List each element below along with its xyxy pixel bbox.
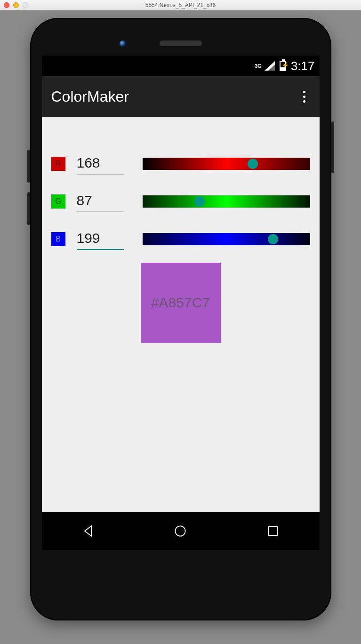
red-chip: R: [51, 157, 65, 171]
green-value-input[interactable]: 87: [77, 191, 124, 212]
android-status-bar: 3G ⚡ 3:17: [42, 56, 320, 76]
app-title: ColorMaker: [51, 88, 129, 105]
device-power-button[interactable]: [331, 121, 334, 173]
triangle-back-icon: [80, 523, 96, 539]
green-slider-thumb[interactable]: [194, 196, 205, 207]
device-volume-up-button[interactable]: [27, 150, 30, 183]
blue-row: B 199: [51, 220, 310, 258]
swatch-container: #A857C7: [51, 263, 310, 343]
red-row: R 168: [51, 145, 310, 183]
overflow-menu-button[interactable]: [298, 86, 310, 107]
device-frame: 3G ⚡ 3:17 ColorMaker R 168 G 87: [30, 18, 331, 620]
hex-label: #A857C7: [151, 295, 210, 311]
red-slider[interactable]: [143, 158, 310, 170]
blue-slider[interactable]: [143, 233, 310, 245]
square-recents-icon: [266, 524, 280, 538]
red-slider-thumb[interactable]: [248, 159, 258, 169]
nav-back-button[interactable]: [80, 523, 96, 539]
app-content: R 168 G 87 B 199: [42, 117, 320, 343]
emulator-window-title: 5554:Nexus_5_API_21_x86: [0, 2, 361, 8]
nav-home-button[interactable]: [172, 523, 189, 539]
blue-chip: B: [51, 232, 65, 246]
app-bar: ColorMaker: [42, 76, 320, 117]
device-front-camera: [120, 40, 126, 47]
blue-slider-thumb[interactable]: [268, 234, 278, 244]
device-screen: 3G ⚡ 3:17 ColorMaker R 168 G 87: [42, 56, 320, 550]
battery-charging-icon: ⚡: [280, 61, 286, 71]
circle-home-icon: [173, 523, 188, 539]
nav-recents-button[interactable]: [265, 523, 281, 539]
svg-point-0: [176, 526, 185, 536]
emulator-titlebar: 5554:Nexus_5_API_21_x86: [0, 0, 361, 10]
android-nav-bar: [42, 512, 320, 550]
blue-slider-track: [143, 233, 310, 245]
clock-label: 3:17: [291, 59, 315, 73]
device-volume-down-button[interactable]: [27, 192, 30, 225]
signal-icon: [265, 61, 275, 71]
green-chip: G: [51, 194, 65, 209]
network-type-label: 3G: [255, 64, 262, 69]
green-slider[interactable]: [143, 195, 310, 208]
color-swatch: #A857C7: [141, 263, 221, 343]
red-value-input[interactable]: 168: [77, 153, 124, 175]
green-slider-track: [143, 195, 310, 208]
green-row: G 87: [51, 183, 310, 220]
dots-icon: [303, 91, 305, 93]
blue-value-input[interactable]: 199: [77, 228, 124, 250]
device-earpiece: [160, 40, 202, 46]
svg-rect-1: [269, 527, 277, 535]
red-slider-track: [143, 158, 310, 170]
